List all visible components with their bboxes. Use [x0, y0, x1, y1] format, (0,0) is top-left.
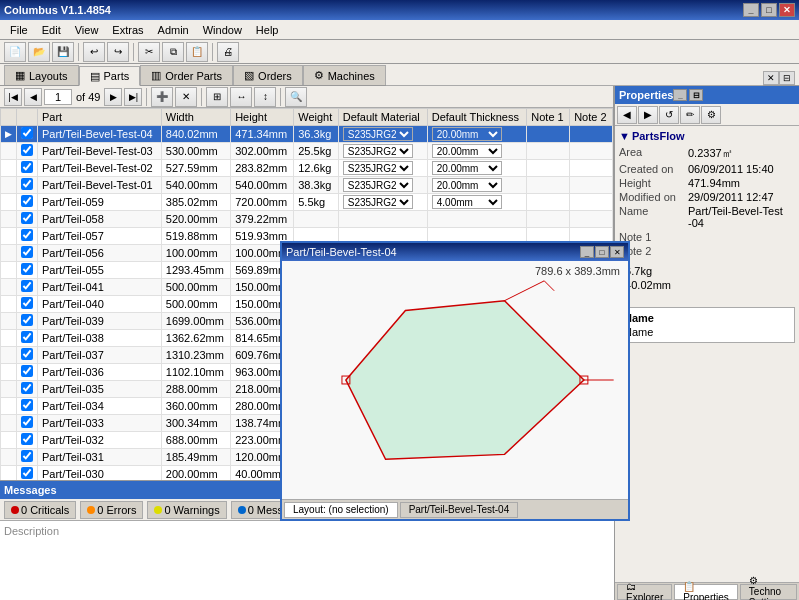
row-checkbox[interactable]: [21, 212, 33, 224]
thickness-select[interactable]: 20.00mm: [432, 144, 502, 158]
dock-button[interactable]: ⊟: [779, 71, 795, 85]
close-button[interactable]: ✕: [779, 3, 795, 17]
row-check[interactable]: [17, 211, 38, 228]
print-button[interactable]: 🖨: [217, 42, 239, 62]
menu-window[interactable]: Window: [197, 22, 248, 38]
row-checkbox[interactable]: [21, 195, 33, 207]
props-refresh-button[interactable]: ↺: [659, 106, 679, 124]
first-page-button[interactable]: |◀: [4, 88, 22, 106]
search-button[interactable]: 🔍: [285, 87, 307, 107]
col-check[interactable]: [17, 109, 38, 126]
undo-button[interactable]: ↩: [83, 42, 105, 62]
menu-edit[interactable]: Edit: [36, 22, 67, 38]
new-button[interactable]: 📄: [4, 42, 26, 62]
tab-orders[interactable]: ▧ Orders: [233, 65, 303, 85]
menu-admin[interactable]: Admin: [152, 22, 195, 38]
detail-maximize-button[interactable]: □: [595, 246, 609, 258]
row-check[interactable]: [17, 177, 38, 194]
redo-button[interactable]: ↪: [107, 42, 129, 62]
maximize-button[interactable]: □: [761, 3, 777, 17]
row-checkbox[interactable]: [21, 144, 33, 156]
title-controls[interactable]: _ □ ✕: [743, 3, 795, 17]
row-thickness[interactable]: 20.00mm: [427, 126, 527, 143]
minimize-button[interactable]: _: [743, 3, 759, 17]
row-check[interactable]: [17, 381, 38, 398]
row-thickness[interactable]: 20.00mm: [427, 177, 527, 194]
props-edit-button[interactable]: ✏: [680, 106, 700, 124]
col-width[interactable]: Width: [161, 109, 230, 126]
height-button[interactable]: ↕: [254, 87, 276, 107]
menu-file[interactable]: File: [4, 22, 34, 38]
table-row[interactable]: Part/Teil-Bevel-Test-02 527.59mm 283.82m…: [1, 160, 613, 177]
row-check[interactable]: [17, 330, 38, 347]
row-thickness[interactable]: 4.00mm: [427, 194, 527, 211]
row-check[interactable]: [17, 160, 38, 177]
row-check[interactable]: [17, 279, 38, 296]
part-detail-controls[interactable]: _ □ ✕: [580, 246, 624, 258]
row-checkbox[interactable]: [21, 382, 33, 394]
table-row[interactable]: Part/Teil-Bevel-Test-03 530.00mm 302.00m…: [1, 143, 613, 160]
tab-order-parts[interactable]: ▥ Order Parts: [140, 65, 233, 85]
row-checkbox[interactable]: [21, 433, 33, 445]
menu-extras[interactable]: Extras: [106, 22, 149, 38]
props-back-button[interactable]: ◀: [617, 106, 637, 124]
row-check[interactable]: [17, 245, 38, 262]
row-checkbox[interactable]: [21, 331, 33, 343]
detail-close-button[interactable]: ✕: [610, 246, 624, 258]
open-button[interactable]: 📂: [28, 42, 50, 62]
next-page-button[interactable]: ▶: [104, 88, 122, 106]
menu-help[interactable]: Help: [250, 22, 285, 38]
row-checkbox[interactable]: [21, 263, 33, 275]
thickness-select[interactable]: 20.00mm: [432, 178, 502, 192]
col-note1[interactable]: Note 1: [527, 109, 570, 126]
last-page-button[interactable]: ▶|: [124, 88, 142, 106]
row-thickness[interactable]: [427, 211, 527, 228]
props-forward-button[interactable]: ▶: [638, 106, 658, 124]
table-row[interactable]: Part/Teil-059 385.02mm 720.00mm 5.5kg S2…: [1, 194, 613, 211]
row-checkbox[interactable]: [21, 280, 33, 292]
menu-view[interactable]: View: [69, 22, 105, 38]
cut-button[interactable]: ✂: [138, 42, 160, 62]
col-arrow[interactable]: [1, 109, 17, 126]
detail-minimize-button[interactable]: _: [580, 246, 594, 258]
row-check[interactable]: [17, 364, 38, 381]
material-select[interactable]: S235JRG2: [343, 178, 413, 192]
row-check[interactable]: [17, 432, 38, 449]
row-material[interactable]: [338, 211, 427, 228]
row-material[interactable]: S235JRG2: [338, 143, 427, 160]
part-tab[interactable]: Part/Teil-Bevel-Test-04: [400, 502, 519, 518]
row-check[interactable]: [17, 347, 38, 364]
row-material[interactable]: S235JRG2: [338, 160, 427, 177]
row-checkbox[interactable]: [21, 365, 33, 377]
col-note2[interactable]: Note 2: [570, 109, 613, 126]
row-checkbox[interactable]: [21, 127, 33, 139]
col-weight[interactable]: Weight: [294, 109, 339, 126]
material-select[interactable]: S235JRG2: [343, 144, 413, 158]
row-checkbox[interactable]: [21, 348, 33, 360]
props-settings-button[interactable]: ⚙: [701, 106, 721, 124]
row-material[interactable]: S235JRG2: [338, 194, 427, 211]
row-check[interactable]: [17, 296, 38, 313]
row-checkbox[interactable]: [21, 450, 33, 462]
row-checkbox[interactable]: [21, 246, 33, 258]
row-checkbox[interactable]: [21, 467, 33, 479]
current-page-input[interactable]: [44, 89, 72, 105]
errors-tab[interactable]: 0 Errors: [80, 501, 143, 519]
col-material[interactable]: Default Material: [338, 109, 427, 126]
row-check[interactable]: [17, 143, 38, 160]
tab-explorer[interactable]: 🗂 Explorer: [617, 584, 672, 600]
tab-properties[interactable]: 📋 Properties: [674, 584, 738, 600]
row-checkbox[interactable]: [21, 229, 33, 241]
row-material[interactable]: S235JRG2: [338, 177, 427, 194]
layout-tab[interactable]: Layout: (no selection): [284, 502, 398, 518]
row-check[interactable]: [17, 313, 38, 330]
row-checkbox[interactable]: [21, 161, 33, 173]
thickness-select[interactable]: 4.00mm: [432, 195, 502, 209]
tab-machines[interactable]: ⚙ Machines: [303, 65, 386, 85]
close-panel-button[interactable]: ✕: [763, 71, 779, 85]
row-check[interactable]: [17, 194, 38, 211]
tab-layouts[interactable]: ▦ Layouts: [4, 65, 79, 85]
row-checkbox[interactable]: [21, 297, 33, 309]
table-row[interactable]: Part/Teil-Bevel-Test-01 540.00mm 540.00m…: [1, 177, 613, 194]
table-row[interactable]: ▶ Part/Teil-Bevel-Test-04 840.02mm 471.3…: [1, 126, 613, 143]
